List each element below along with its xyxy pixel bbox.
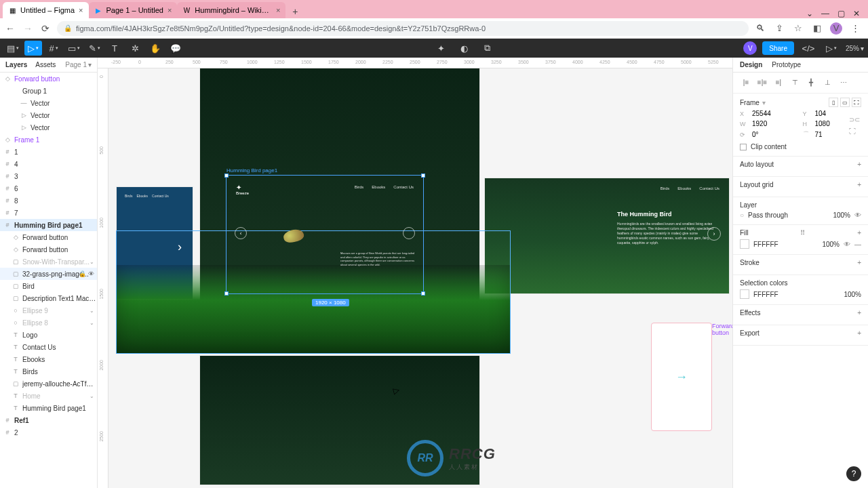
add-fill-button[interactable]: + [857, 229, 861, 237]
add-effect-button[interactable]: + [857, 309, 861, 317]
layer-row[interactable]: ○Ellipse 8⌄ [0, 317, 97, 329]
layer-row[interactable]: ▢jeremy-allouche-AcTfP4qX8b... [0, 378, 97, 390]
tab-assets[interactable]: Assets [35, 61, 56, 68]
kebab-menu-icon[interactable]: ⋮ [849, 22, 861, 35]
fill-swatch[interactable] [740, 239, 749, 249]
link-wh-icon[interactable]: ⊃⊂ [849, 116, 860, 123]
frame-horiz-icon[interactable]: ▭ [840, 98, 850, 107]
resize-handle[interactable] [224, 291, 229, 296]
page-dropdown[interactable]: Page 1 ▾ [65, 61, 92, 68]
present-button[interactable]: ▷▾ [823, 41, 840, 56]
blend-mode-icon[interactable]: ○ [740, 211, 744, 219]
ai-tool[interactable]: ✦ [432, 41, 450, 56]
layer-row[interactable]: ▷Vector [0, 121, 97, 134]
reload-button[interactable]: ⟳ [39, 22, 52, 35]
install-icon[interactable]: ⇪ [773, 22, 785, 35]
align-hcenter-icon[interactable]: ≡|≡ [756, 77, 768, 87]
artboard-card[interactable]: Birds Ebooks Contact Us The Humming Bird… [485, 178, 729, 293]
align-left-icon[interactable]: |≡ [740, 77, 752, 87]
comment-tool[interactable]: 💬 [167, 41, 184, 56]
resize-handle[interactable] [224, 174, 229, 178]
layer-row[interactable]: ▷Vector [0, 109, 97, 121]
help-button[interactable]: ? [846, 466, 861, 481]
contrast-tool[interactable]: ◐ [455, 41, 473, 56]
layer-row[interactable]: #7 [0, 207, 97, 219]
close-icon[interactable]: × [79, 6, 83, 14]
frame-w-input[interactable] [752, 120, 799, 127]
frame-rot-input[interactable] [752, 131, 799, 138]
add-layoutgrid-button[interactable]: + [857, 181, 861, 188]
layer-row[interactable]: THome⌄ [0, 390, 97, 402]
add-autolayout-button[interactable]: + [857, 161, 861, 168]
star-icon[interactable]: ☆ [792, 22, 804, 35]
layer-row[interactable]: #Ref1 [0, 414, 97, 426]
add-stroke-button[interactable]: + [857, 259, 861, 266]
window-minimize-icon[interactable]: — [821, 9, 829, 18]
fill-opacity-input[interactable]: 100% [822, 241, 840, 248]
multiplayer-tool[interactable]: ⧉ [478, 41, 496, 56]
new-tab-button[interactable]: + [288, 5, 302, 18]
artboard-forest-bottom[interactable] [200, 356, 479, 485]
resize-handle[interactable] [421, 174, 425, 178]
pen-tool[interactable]: ✎▾ [85, 41, 103, 56]
eye-icon[interactable]: 👁 [844, 241, 850, 248]
layer-row[interactable]: ◇Frame 1 [0, 134, 97, 146]
frame-x-input[interactable] [752, 110, 799, 117]
layer-row[interactable]: ▢Bird [0, 280, 97, 292]
layer-row[interactable]: #1 [0, 146, 97, 158]
layer-row[interactable]: ◇Forward button [0, 243, 97, 256]
frame-tool[interactable]: #▾ [45, 41, 62, 56]
frame-vert-icon[interactable]: ▯ [829, 98, 838, 107]
layer-row[interactable]: ◇Forward button [0, 231, 97, 243]
selected-frame[interactable]: Humming Bird page1 ✦ Breeze Birds Ebooks [226, 176, 423, 293]
search-icon[interactable]: 🔍︎ [754, 22, 766, 35]
share-button[interactable]: Share [762, 41, 794, 55]
back-button[interactable]: ← [4, 22, 16, 35]
layer-row[interactable]: Group 1 [0, 85, 97, 97]
zoom-dropdown[interactable]: 25%▾ [846, 45, 864, 52]
layer-row[interactable]: #2 [0, 426, 97, 439]
forward-button[interactable]: → [22, 22, 34, 35]
align-vcenter-icon[interactable]: ╋ [805, 77, 817, 87]
window-close-icon[interactable]: ✕ [853, 9, 860, 18]
canvas[interactable]: -250025050075010001250150017502000225025… [98, 58, 732, 488]
resize-handle[interactable] [421, 291, 425, 296]
layer-row[interactable]: #4 [0, 158, 97, 170]
fill-styles-button[interactable]: ⠿ [800, 229, 805, 237]
arrow-right-icon[interactable] [403, 227, 415, 239]
tab-design[interactable]: Design [740, 61, 762, 68]
remove-fill-button[interactable]: — [854, 241, 861, 248]
user-avatar[interactable]: V [743, 41, 757, 55]
layer-row[interactable]: #6 [0, 182, 97, 195]
main-menu-button[interactable]: ▤▾ [4, 41, 22, 56]
address-bar[interactable]: 🔒 figma.com/file/4JAH3krSgz7e8t5Nm9pgZo/… [57, 21, 749, 36]
eye-icon[interactable]: 👁 [854, 211, 861, 219]
sidepanel-icon[interactable]: ◧ [811, 22, 823, 35]
layer-row[interactable]: ▢Snow-With-Transpar...⌄ [0, 256, 97, 268]
layer-row[interactable]: ▢Description Text1 Macow [0, 292, 97, 304]
fill-hex-input[interactable]: FFFFFF [753, 241, 818, 248]
layer-row[interactable]: TContact Us [0, 341, 97, 353]
add-export-button[interactable]: + [857, 329, 861, 337]
layer-row[interactable]: #8 [0, 195, 97, 207]
tab-prototype[interactable]: Prototype [772, 61, 801, 68]
chevron-down-icon[interactable]: ▾ [762, 99, 766, 106]
profile-avatar[interactable]: V [830, 22, 842, 35]
browser-tab-1[interactable]: ▦ Untitled – Figma × [3, 2, 89, 18]
resources-tool[interactable]: ✲ [126, 41, 144, 56]
layer-opacity-input[interactable]: 100% [833, 211, 850, 219]
layer-row[interactable]: TLogo [0, 329, 97, 341]
chevron-down-icon[interactable]: ⌄ [806, 9, 813, 18]
more-align-icon[interactable]: ⋯ [837, 77, 850, 87]
close-icon[interactable]: × [276, 6, 280, 14]
blend-mode-dropdown[interactable]: Pass through [748, 211, 829, 219]
move-tool[interactable]: ▷▾ [24, 41, 42, 56]
hand-tool[interactable]: ✋ [146, 41, 164, 56]
layer-row[interactable]: ○Ellipse 9⌄ [0, 304, 97, 317]
selcolor-opacity[interactable]: 100% [844, 291, 861, 298]
browser-tab-3[interactable]: W Hummingbird – Wikipedia × [177, 2, 285, 18]
corner-details-icon[interactable]: ⛶ [849, 127, 860, 135]
layer-row[interactable]: ▢32-grass-png-image...🔒 👁 [0, 268, 97, 280]
layer-row[interactable]: TBirds [0, 365, 97, 378]
clip-content-checkbox[interactable] [740, 144, 747, 150]
